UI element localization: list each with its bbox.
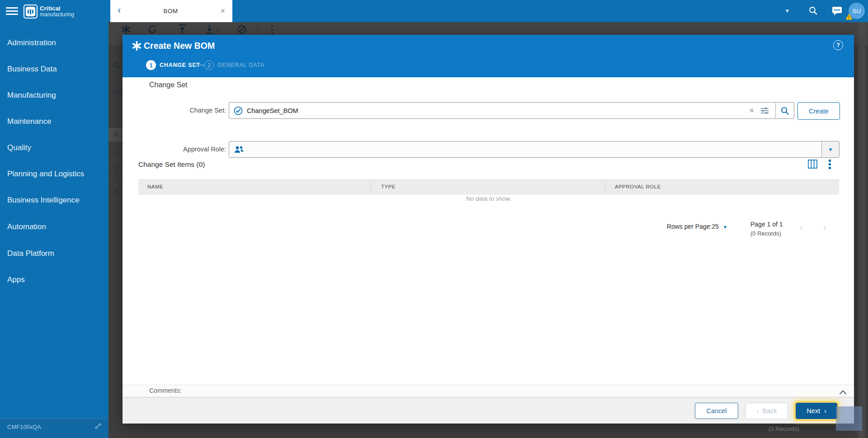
background-row-text: A xyxy=(114,150,118,156)
collapse-comments-icon[interactable] xyxy=(839,388,847,396)
sidebar-item-quality[interactable]: Quality xyxy=(0,141,108,155)
next-button[interactable]: Next › xyxy=(796,403,837,419)
sidebar-item-apps[interactable]: Apps xyxy=(0,273,108,287)
column-header-type[interactable]: TYPE xyxy=(381,179,396,195)
background-row-text: A xyxy=(114,169,118,176)
sidebar-item-business-intelligence[interactable]: Business Intelligence xyxy=(0,193,108,207)
create-new-bom-dialog: Create New BOM ? 1 CHANGE SET 2 GENERAL … xyxy=(123,35,854,424)
dialog-header: Create New BOM ? 1 CHANGE SET 2 GENERAL … xyxy=(123,35,854,77)
cancel-button[interactable]: Cancel xyxy=(695,403,738,419)
table-menu-icon[interactable] xyxy=(829,160,831,170)
row-divider xyxy=(108,141,123,142)
dialog-footer: Cancel ‹ Back Next › xyxy=(123,397,854,424)
tab-back-icon[interactable]: ‹ xyxy=(110,5,121,17)
people-icon xyxy=(234,146,244,154)
menu-icon[interactable] xyxy=(6,7,18,15)
column-header-approval-role[interactable]: APPROVAL ROLE xyxy=(615,179,661,195)
background-clipped-text: DE xyxy=(113,88,121,95)
previous-page-icon[interactable]: ‹ xyxy=(800,222,803,232)
help-icon[interactable]: ? xyxy=(833,40,843,50)
sidebar-item-data-platform[interactable]: Data Platform xyxy=(0,247,108,260)
search-icon[interactable] xyxy=(808,6,818,17)
sidebar-item-business-data[interactable]: Business Data xyxy=(0,62,108,76)
row-divider xyxy=(108,180,123,181)
wizard-step-1-number[interactable]: 1 xyxy=(146,60,156,70)
check-circle-icon xyxy=(234,106,243,115)
upload-icon xyxy=(177,24,187,36)
background-search-icon xyxy=(112,61,120,71)
row-divider xyxy=(108,161,123,161)
next-page-icon[interactable]: › xyxy=(823,222,826,232)
wizard-step-2-label[interactable]: GENERAL DATA xyxy=(217,62,264,68)
approval-role-field-label: Approval Role: xyxy=(123,141,226,158)
page-info: Page 1 of 1 xyxy=(750,221,783,228)
new-icon xyxy=(132,41,142,52)
brand-name-line1: Critical xyxy=(40,5,61,12)
rows-per-page-caret-icon[interactable]: ▾ xyxy=(724,224,726,230)
connection-status-icon xyxy=(95,423,101,431)
column-divider[interactable] xyxy=(605,180,605,193)
background-row-text: B xyxy=(114,188,118,195)
sidebar-item-manufacturing[interactable]: Manufacturing xyxy=(0,89,108,102)
warning-badge-icon xyxy=(845,14,853,22)
lookup-search-icon[interactable] xyxy=(776,106,794,115)
next-chevron-icon: › xyxy=(824,407,826,414)
change-set-items-title: Change Set Items (0) xyxy=(138,160,205,169)
toolbar-divider xyxy=(257,24,257,35)
next-button-label: Next xyxy=(807,407,820,414)
create-button[interactable]: Create xyxy=(797,102,840,120)
manage-columns-icon[interactable] xyxy=(808,160,817,170)
background-records-count: (3 Records) xyxy=(769,425,799,432)
messages-icon[interactable] xyxy=(832,6,842,18)
change-set-value: ChangeSet_BOM xyxy=(247,107,746,114)
environment-name: CMF100xQA xyxy=(7,424,41,430)
wizard-step-connector xyxy=(193,65,204,66)
background-row-text: B xyxy=(114,131,118,138)
comments-label: Comments: xyxy=(149,387,182,394)
column-header-name[interactable]: NAME xyxy=(147,179,163,195)
table-header: NAME TYPE APPROVAL ROLE xyxy=(138,179,839,195)
back-button-label: Back xyxy=(762,407,777,414)
background-scrollbar[interactable] xyxy=(858,22,865,438)
clear-icon[interactable]: × xyxy=(746,106,758,115)
change-set-field-label: Change Set: xyxy=(123,102,226,119)
records-count: (0 Records) xyxy=(750,230,781,237)
brand-name-line2: manufacturing xyxy=(40,11,74,18)
empty-table-message: No data to show. xyxy=(138,195,839,202)
tab-label: BOM xyxy=(121,8,220,14)
sidebar-item-automation[interactable]: Automation xyxy=(0,220,108,234)
selection-highlight-artifact xyxy=(836,406,862,431)
critical-manufacturing-logo[interactable] xyxy=(24,5,38,19)
back-chevron-icon: ‹ xyxy=(756,407,759,414)
sidebar-item-planning-and-logistics[interactable]: Planning and Logistics xyxy=(0,167,108,181)
wizard-step-2-number[interactable]: 2 xyxy=(204,61,214,70)
tab-bom[interactable]: ‹ BOM × xyxy=(110,0,232,22)
approval-role-input[interactable]: ▾ xyxy=(229,141,840,158)
topbar-dropdown-caret-icon[interactable]: ▾ xyxy=(786,7,789,14)
download-caret-icon: ▾ xyxy=(217,28,219,33)
advanced-filter-icon[interactable] xyxy=(758,107,772,115)
sidebar-item-maintenance[interactable]: Maintenance xyxy=(0,115,108,128)
section-title-change-set: Change Set xyxy=(149,81,188,89)
rows-per-page-selector[interactable]: Rows per Page:25 xyxy=(620,223,719,230)
back-button[interactable]: ‹ Back xyxy=(745,403,788,419)
tab-close-icon[interactable]: × xyxy=(220,7,232,16)
approval-role-dropdown-caret-icon[interactable]: ▾ xyxy=(821,141,839,157)
change-set-input[interactable]: ChangeSet_BOM × xyxy=(229,102,794,119)
sidebar-item-administration[interactable]: Administration xyxy=(0,36,108,50)
dialog-title: Create New BOM xyxy=(144,41,215,51)
column-divider[interactable] xyxy=(371,180,371,193)
comments-section[interactable] xyxy=(123,385,854,397)
download-icon xyxy=(204,24,214,36)
